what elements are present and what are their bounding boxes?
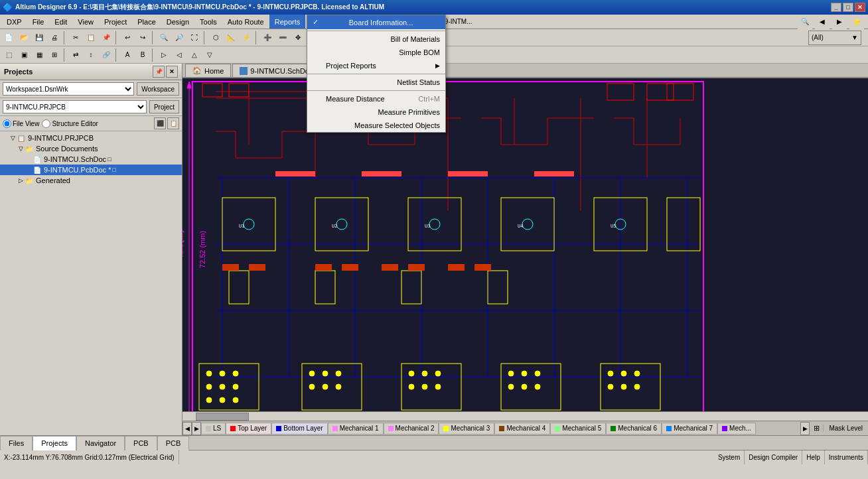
pcb-btn10[interactable]: ▷ xyxy=(157,48,171,62)
view-icon-1[interactable]: ⬛ xyxy=(154,117,166,129)
layer-tab-bottom[interactable]: Bottom Layer xyxy=(271,423,327,435)
menu-file[interactable]: File xyxy=(27,15,50,29)
redo-btn[interactable]: ↪ xyxy=(135,31,150,45)
bot-tab-projects[interactable]: Projects xyxy=(33,436,76,450)
menu-measure-selected[interactable]: Measure Selected Objects xyxy=(307,119,445,132)
pcb-btn11[interactable]: ◁ xyxy=(172,48,186,62)
project-button[interactable]: Project xyxy=(149,100,179,113)
close-button[interactable]: ✕ xyxy=(855,3,865,12)
copy-btn[interactable]: 📋 xyxy=(84,31,98,45)
structure-editor-radio[interactable]: Structure Editor xyxy=(42,119,98,128)
workspace-button[interactable]: Workspace xyxy=(137,82,179,96)
select-btn[interactable]: ⬡ xyxy=(208,31,223,45)
design-compiler-status[interactable]: Design Compiler xyxy=(745,450,802,464)
zoom-in-btn[interactable]: 🔍 xyxy=(157,31,171,45)
paste-btn[interactable]: 📌 xyxy=(99,31,113,45)
tree-item-source-docs[interactable]: ▽ 📁 Source Documents xyxy=(0,143,182,154)
tab-home[interactable]: 🏠 Home xyxy=(185,64,231,77)
layer-tab-mech4[interactable]: Mechanical 4 xyxy=(494,423,550,435)
component-btn[interactable]: ⚡ xyxy=(239,31,253,45)
file-view-radio[interactable]: File View xyxy=(3,119,39,128)
layer-tab-mech1[interactable]: Mechanical 1 xyxy=(328,423,384,435)
undo-btn[interactable]: ↩ xyxy=(120,31,135,45)
expander-source[interactable]: ▽ xyxy=(17,145,24,152)
back-btn[interactable]: ◀ xyxy=(815,15,830,29)
menu-design[interactable]: Design xyxy=(161,15,194,29)
pcb-btn8[interactable]: A xyxy=(120,48,135,62)
menu-project-reports[interactable]: Project Reports ▶ xyxy=(307,59,445,72)
layer-expand-btn[interactable]: ⊞ xyxy=(810,424,823,433)
menu-autoroute[interactable]: Auto Route xyxy=(222,15,269,29)
tree-item-project[interactable]: ▽ 📋 9-INTMCU.PRJPCB xyxy=(0,133,182,143)
canvas-hscroll[interactable] xyxy=(182,411,868,421)
bot-tab-pcb2[interactable]: PCB xyxy=(157,436,190,450)
layer-tab-mech5[interactable]: Mechanical 5 xyxy=(550,423,606,435)
fit-btn[interactable]: ⛶ xyxy=(187,31,202,45)
layer-tab-mech[interactable]: Mech... xyxy=(717,423,756,435)
bot-tab-files[interactable]: Files xyxy=(0,436,33,450)
maximize-button[interactable]: □ xyxy=(843,3,853,12)
move-btn[interactable]: ✥ xyxy=(291,31,305,45)
search-btn[interactable]: 🔍 xyxy=(798,15,812,29)
pcb-btn5[interactable]: ⇄ xyxy=(68,48,83,62)
layer-scroll-right[interactable]: ▶ xyxy=(800,422,810,435)
wire-btn[interactable]: 📐 xyxy=(224,31,238,45)
pcb-btn2[interactable]: ▣ xyxy=(17,48,31,62)
layer-tab-mech7[interactable]: Mechanical 7 xyxy=(662,423,717,435)
bot-tab-navigator[interactable]: Navigator xyxy=(76,436,125,450)
system-status[interactable]: System xyxy=(714,450,745,464)
view-icon-2[interactable]: 📋 xyxy=(167,117,179,129)
menu-netlist-status[interactable]: Netlist Status xyxy=(307,76,445,89)
panel-pin-btn[interactable]: 📌 xyxy=(153,66,165,78)
menu-project[interactable]: Project xyxy=(99,15,132,29)
layer-tab-top[interactable]: Top Layer xyxy=(226,423,271,435)
save-btn[interactable]: 💾 xyxy=(32,31,46,45)
pcb-btn4[interactable]: ⊞ xyxy=(47,48,62,62)
menu-measure-primitives[interactable]: Measure Primitives xyxy=(307,105,445,119)
titlebar-controls[interactable]: _ □ ✕ xyxy=(831,3,865,12)
print-btn[interactable]: 🖨 xyxy=(47,31,62,45)
pcb-btn13[interactable]: ▽ xyxy=(202,48,217,62)
layer-next-btn[interactable]: ▶ xyxy=(192,422,201,435)
plus-btn[interactable]: ➕ xyxy=(260,31,275,45)
expander-project[interactable]: ▽ xyxy=(9,135,16,141)
menu-dxp[interactable]: DXP xyxy=(1,15,27,29)
tree-item-schdoc[interactable]: 📄 9-INTMCU.SchDoc □ xyxy=(0,154,182,165)
instruments-status[interactable]: Instruments xyxy=(825,450,868,464)
menu-reports[interactable]: Reports xyxy=(269,15,306,29)
menu-edit[interactable]: Edit xyxy=(49,15,72,29)
menu-bom[interactable]: Bill of Materials xyxy=(307,33,445,46)
menu-tools[interactable]: Tools xyxy=(194,15,222,29)
layer-select[interactable]: (All) ▼ xyxy=(808,31,861,45)
workspace-dropdown[interactable]: Workspace1.DsnWrk xyxy=(3,82,134,96)
pcb-btn9[interactable]: B xyxy=(135,48,150,62)
hscroll-thumb[interactable] xyxy=(196,413,249,421)
forward-btn[interactable]: ▶ xyxy=(832,15,847,29)
layer-tab-mech2[interactable]: Mechanical 2 xyxy=(384,423,439,435)
menu-board-info[interactable]: ✓ Board Information... xyxy=(307,15,445,29)
cut-btn[interactable]: ✂ xyxy=(68,31,83,45)
minus-btn[interactable]: ➖ xyxy=(275,31,290,45)
pcb-btn12[interactable]: △ xyxy=(187,48,202,62)
panel-close-btn[interactable]: ✕ xyxy=(166,66,178,78)
new-btn[interactable]: 📄 xyxy=(1,31,16,45)
tree-item-pcbdoc[interactable]: 📄 9-INTMCU.PcbDoc * □ xyxy=(0,165,182,175)
pcb-btn1[interactable]: ⬚ xyxy=(1,48,16,62)
layer-tab-ls[interactable]: LS xyxy=(201,423,226,435)
canvas-area[interactable]: U1 U2 U3 U4 U5 DC3 DC4 DC2 DC1 DC5 xyxy=(182,78,868,421)
open-btn[interactable]: 📂 xyxy=(17,31,31,45)
bot-tab-pcb[interactable]: PCB xyxy=(125,436,157,450)
minimize-button[interactable]: _ xyxy=(831,3,841,12)
pcb-btn7[interactable]: 🔗 xyxy=(99,48,113,62)
menu-place[interactable]: Place xyxy=(132,15,161,29)
layer-prev-btn[interactable]: ◀ xyxy=(182,422,192,435)
bookmark-btn[interactable]: ⭐ xyxy=(849,15,864,29)
menu-measure-distance[interactable]: Measure Distance Ctrl+M xyxy=(307,92,445,105)
zoom-out-btn[interactable]: 🔎 xyxy=(172,31,186,45)
menu-view[interactable]: View xyxy=(72,15,99,29)
expander-gen[interactable]: ▷ xyxy=(17,177,24,184)
pcb-btn3[interactable]: ▦ xyxy=(32,48,46,62)
layer-tab-mech3[interactable]: Mechanical 3 xyxy=(439,423,494,435)
menu-simple-bom[interactable]: Simple BOM xyxy=(307,46,445,59)
tree-item-generated[interactable]: ▷ 📁 Generated xyxy=(0,175,182,186)
